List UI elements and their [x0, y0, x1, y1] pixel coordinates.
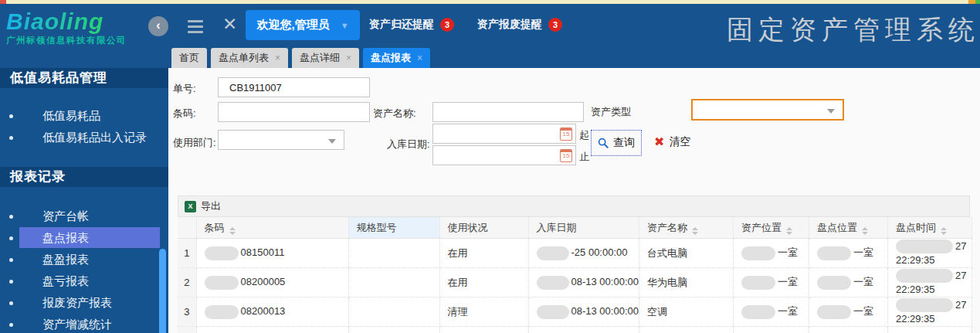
column-header-资产位置[interactable]: 资产位置	[733, 217, 809, 239]
table-cell: 08200013	[196, 297, 348, 327]
sidebar-item-盘亏报表[interactable]: 盘亏报表	[0, 270, 168, 292]
clear-button-label: 清空	[669, 135, 690, 149]
sidebar-item-label: 低值易耗品	[42, 105, 100, 127]
bullet-icon	[9, 236, 13, 240]
table-cell: 一室	[733, 268, 809, 297]
tab-盘点详细[interactable]: 盘点详细×	[292, 48, 359, 68]
table-cell: 一室	[809, 268, 887, 297]
notification-badge: 3	[548, 18, 562, 32]
notifications: 资产归还提醒3资产报废提醒3	[369, 18, 562, 32]
column-header-入库日期: 入库日期	[528, 217, 639, 239]
date-to-input[interactable]: 15	[432, 145, 576, 165]
column-header-盘点位置[interactable]: 盘点位置	[809, 217, 887, 239]
table-cell	[639, 327, 733, 333]
redaction-blob	[817, 305, 851, 319]
redaction-blob	[817, 246, 851, 260]
asset-type-select[interactable]	[691, 99, 844, 121]
collapse-sidebar-button[interactable]: ‹	[148, 16, 168, 36]
close-icon[interactable]: ✕	[222, 14, 237, 35]
notification-label: 资产归还提醒	[369, 18, 434, 32]
table-row[interactable]: 208200005在用08-13 00:00:00华为电脑一室一室2722:29…	[178, 268, 972, 297]
tab-close-icon[interactable]: ×	[417, 53, 422, 63]
header: Biaoling 广州标领信息科技有限公司 ‹ ✕ 欢迎您,管理员 ▼ 资产归还…	[0, 4, 980, 68]
menu-icon[interactable]	[188, 20, 203, 36]
order-no-input[interactable]	[218, 77, 370, 97]
calendar-icon[interactable]: 15	[560, 127, 572, 141]
redaction-blob	[741, 276, 775, 290]
barcode-label: 条码:	[173, 107, 196, 121]
sort-icon[interactable]	[692, 227, 698, 235]
column-header-资产名称[interactable]: 资产名称	[639, 217, 733, 239]
redaction-blob	[537, 246, 569, 260]
sidebar-item-低值易耗品[interactable]: 低值易耗品	[0, 105, 168, 127]
app-title: 固定资产管理系统	[727, 12, 980, 48]
bullet-icon	[9, 258, 13, 262]
date-to-suffix: 止	[579, 150, 589, 164]
sort-icon[interactable]	[786, 227, 792, 235]
sidebar-item-资产增减统计[interactable]: 资产增减统计	[0, 314, 168, 333]
sidebar-item-低值易耗品出入记录[interactable]: 低值易耗品出入记录	[0, 127, 168, 148]
table-row[interactable]: 308200013清理08-13 00:00:00空调一室一室2722:29:3…	[178, 297, 972, 327]
redaction-blob	[537, 305, 569, 319]
search-button[interactable]: 查询	[591, 130, 642, 156]
sort-icon[interactable]	[229, 227, 236, 235]
column-header-条码[interactable]: 条码	[196, 217, 348, 239]
sort-icon[interactable]	[862, 227, 868, 235]
sidebar-item-label: 盘点报表	[42, 227, 89, 249]
table-cell	[439, 327, 528, 333]
notification-1[interactable]: 资产归还提醒3	[369, 18, 454, 32]
asset-name-label: 资产名称:	[373, 107, 416, 121]
asset-name-input[interactable]	[432, 102, 584, 122]
asset-table: 条码规格型号使用状况入库日期资产名称资产位置盘点位置盘点时间 108150011…	[178, 217, 972, 333]
row-number-cell: 3	[178, 297, 196, 327]
tab-close-icon[interactable]: ×	[275, 53, 280, 63]
tab-盘点报表[interactable]: 盘点报表×	[363, 48, 430, 68]
export-button[interactable]: X 导出	[185, 199, 221, 213]
search-icon	[598, 138, 609, 148]
table-cell: 在用	[439, 268, 528, 297]
sidebar-item-label: 报废资产报表	[42, 292, 112, 314]
table-cell: 08-13 00:00:00	[528, 268, 639, 297]
tab-close-icon[interactable]: ×	[346, 53, 351, 63]
column-header-盘点时间[interactable]: 盘点时间	[887, 217, 972, 239]
chevron-down-icon	[827, 109, 835, 114]
chevron-down-icon	[328, 139, 336, 144]
table-row[interactable]: 2019-11-27	[178, 327, 972, 333]
tab-首页[interactable]: 首页	[171, 48, 207, 68]
sort-icon[interactable]	[941, 227, 947, 235]
sidebar-item-盘盈报表[interactable]: 盘盈报表	[0, 249, 168, 270]
date-from-input[interactable]: 15	[432, 124, 576, 144]
department-label: 使用部门:	[173, 136, 216, 150]
chevron-left-icon: ‹	[156, 19, 160, 32]
bullet-icon	[9, 301, 13, 305]
table-cell	[809, 327, 887, 333]
table-cell	[196, 327, 348, 333]
welcome-dropdown[interactable]: 欢迎您,管理员 ▼	[246, 10, 360, 40]
calendar-icon[interactable]: 15	[560, 149, 572, 162]
sidebar-item-报废资产报表[interactable]: 报废资产报表	[0, 292, 168, 314]
table-cell	[733, 327, 809, 333]
table-cell	[348, 268, 439, 297]
sidebar-scrollbar[interactable]	[159, 249, 166, 333]
barcode-input[interactable]	[218, 102, 370, 122]
table-cell: 台式电脑	[639, 239, 733, 268]
tab-盘点单列表[interactable]: 盘点单列表×	[211, 48, 288, 68]
sidebar-section-title: 报表记录	[0, 167, 168, 187]
notification-2[interactable]: 资产报废提醒3	[477, 18, 562, 32]
row-number-cell: 2	[178, 268, 196, 297]
notification-badge: 3	[440, 18, 454, 32]
sidebar-item-label: 低值易耗品出入记录	[42, 127, 147, 148]
table-cell: 2722:29:35	[887, 268, 972, 297]
sidebar-item-资产台帐[interactable]: 资产台帐	[0, 206, 168, 227]
app-window: Biaoling 广州标领信息科技有限公司 ‹ ✕ 欢迎您,管理员 ▼ 资产归还…	[0, 0, 980, 333]
tab-label: 首页	[179, 51, 199, 65]
sidebar-item-label: 资产增减统计	[42, 314, 112, 333]
sidebar-item-盘点报表[interactable]: 盘点报表	[0, 227, 168, 249]
table-row[interactable]: 108150011在用-25 00:00:00台式电脑一室一室2722:29:3…	[178, 239, 972, 268]
table-cell: 2019-11-27	[887, 327, 972, 333]
department-select[interactable]	[218, 130, 344, 150]
table-cell: 空调	[639, 297, 733, 327]
column-header-使用状况: 使用状况	[439, 217, 528, 239]
table-cell: 08200005	[196, 268, 348, 297]
clear-button[interactable]: ✖ 清空	[654, 134, 690, 149]
